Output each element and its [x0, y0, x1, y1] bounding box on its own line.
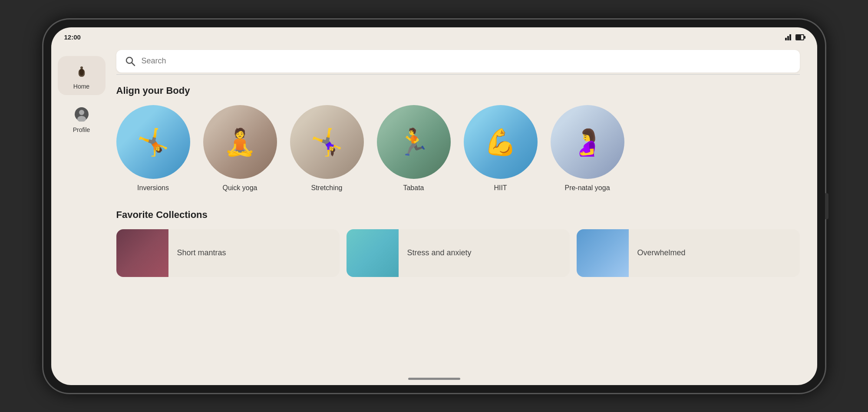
circle-label-tabata: Tabata	[403, 184, 424, 192]
svg-marker-3	[792, 35, 793, 40]
circle-item-stretching[interactable]: Stretching	[290, 105, 364, 192]
circle-label-quick-yoga: Quick yoga	[222, 184, 257, 192]
home-icon	[72, 61, 91, 80]
favorite-collections-section: Favorite Collections Short mantras Stres…	[116, 209, 800, 277]
align-body-title: Align your Body	[116, 85, 800, 96]
collections-row: Short mantras Stress and anxiety	[116, 229, 800, 277]
collection-card-overwhelmed[interactable]: Overwhelmed	[577, 229, 800, 277]
circle-label-hiit: HIIT	[494, 184, 507, 192]
status-time: 12:00	[64, 33, 81, 41]
collection-card-short-mantras[interactable]: Short mantras	[116, 229, 340, 277]
battery-fill	[796, 35, 801, 40]
circle-item-tabata[interactable]: Tabata	[377, 105, 451, 192]
device-screen: 12:00	[51, 27, 817, 385]
signal-icon	[785, 34, 793, 40]
circle-item-hiit[interactable]: HIIT	[464, 105, 538, 192]
collection-thumb-mantras	[116, 229, 168, 277]
svg-marker-2	[789, 34, 791, 40]
side-camera-button	[825, 193, 828, 219]
circle-item-inversions[interactable]: Inversions	[116, 105, 190, 192]
collection-label-mantras: Short mantras	[177, 248, 226, 257]
circle-image-tabata	[377, 105, 451, 179]
circle-label-inversions: Inversions	[137, 184, 169, 192]
sidebar-item-profile[interactable]: Profile	[58, 99, 106, 138]
circles-row: Inversions Quick yoga Stretching	[116, 105, 800, 192]
profile-icon	[72, 105, 91, 124]
battery-icon	[795, 34, 804, 40]
sidebar-item-home[interactable]: Home	[58, 56, 106, 95]
circle-label-prenatal: Pre-natal yoga	[564, 184, 610, 192]
device-frame: 12:00	[43, 20, 825, 393]
home-indicator	[408, 378, 460, 380]
search-divider	[116, 74, 800, 75]
search-input[interactable]	[142, 56, 791, 66]
circle-item-prenatal[interactable]: Pre-natal yoga	[551, 105, 624, 192]
circle-item-quick-yoga[interactable]: Quick yoga	[203, 105, 277, 192]
collection-thumb-overwhelmed	[577, 229, 629, 277]
svg-marker-0	[785, 38, 787, 40]
align-body-section: Align your Body Inversions Quick yoga	[116, 85, 800, 192]
svg-point-7	[80, 66, 83, 69]
circle-image-stretching	[290, 105, 364, 179]
search-icon	[125, 56, 135, 66]
collection-text-overwhelmed: Overwhelmed	[629, 229, 800, 277]
content-area: Align your Body Inversions Quick yoga	[112, 43, 817, 374]
circle-image-quick-yoga	[203, 105, 277, 179]
svg-point-9	[79, 110, 84, 115]
status-icons	[785, 34, 804, 40]
collection-card-stress-anxiety[interactable]: Stress and anxiety	[347, 229, 570, 277]
collection-text-mantras: Short mantras	[168, 229, 340, 277]
collection-text-anxiety: Stress and anxiety	[399, 229, 570, 277]
circle-label-stretching: Stretching	[311, 184, 342, 192]
favorite-collections-title: Favorite Collections	[116, 209, 800, 221]
search-container[interactable]	[116, 50, 800, 73]
home-indicator-area	[51, 374, 817, 385]
svg-line-12	[132, 63, 135, 66]
sidebar-item-home-label: Home	[73, 83, 89, 90]
svg-point-6	[79, 69, 84, 76]
sidebar: Home Profile	[51, 43, 112, 374]
main-content: Home Profile	[51, 43, 817, 374]
circle-image-hiit	[464, 105, 538, 179]
circle-image-prenatal	[551, 105, 624, 179]
status-bar: 12:00	[51, 27, 817, 43]
collection-label-overwhelmed: Overwhelmed	[637, 248, 686, 257]
svg-marker-1	[787, 36, 789, 40]
sidebar-item-profile-label: Profile	[73, 126, 90, 133]
circle-image-inversions	[116, 105, 190, 179]
collection-label-anxiety: Stress and anxiety	[407, 248, 472, 257]
collection-thumb-anxiety	[347, 229, 399, 277]
